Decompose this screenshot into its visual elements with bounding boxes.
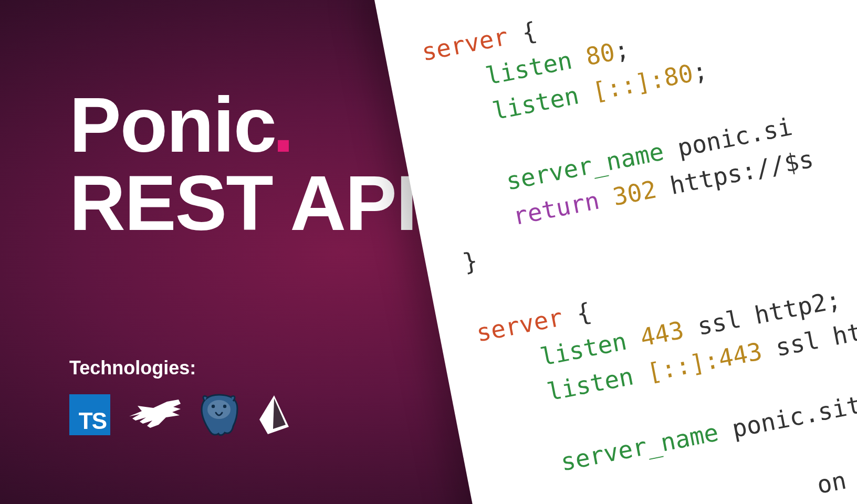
code-token: 443 [638, 316, 686, 352]
typescript-icon: TS [69, 394, 110, 435]
prisma-icon [257, 394, 290, 435]
technologies-label: Technologies: [69, 357, 290, 379]
postgresql-icon [198, 393, 239, 437]
code-token [454, 203, 516, 242]
nginx-config-code: server { listen 80; listen [::]:80; serv… [419, 0, 857, 504]
svg-point-0 [207, 400, 231, 419]
code-token [508, 492, 528, 504]
code-token: 80 [583, 38, 618, 71]
code-token [495, 422, 514, 452]
code-token [501, 448, 564, 487]
technologies-block: Technologies: TS [69, 357, 290, 437]
code-panel: server { listen 80; listen [::]:80; serv… [372, 0, 857, 504]
title-line-2: REST API [69, 165, 416, 241]
code-token [488, 379, 550, 417]
title-dot: . [273, 87, 293, 163]
fastify-icon [128, 398, 181, 431]
ts-badge-text: TS [79, 408, 106, 434]
hero-banner: Ponic . REST API Technologies: TS [0, 0, 857, 504]
title-block: Ponic . REST API [69, 87, 416, 241]
title-word: Ponic [69, 87, 276, 163]
technologies-icons: TS [69, 393, 290, 437]
code-token [433, 98, 496, 136]
code-token: } [461, 246, 480, 277]
code-token [440, 141, 459, 172]
code-token: { [560, 297, 594, 331]
code-token [467, 281, 487, 312]
svg-point-2 [223, 405, 226, 408]
code-token: { [505, 16, 539, 50]
svg-point-1 [212, 405, 215, 408]
title-line-1: Ponic . [69, 87, 416, 163]
code-token: 302 [611, 175, 659, 212]
